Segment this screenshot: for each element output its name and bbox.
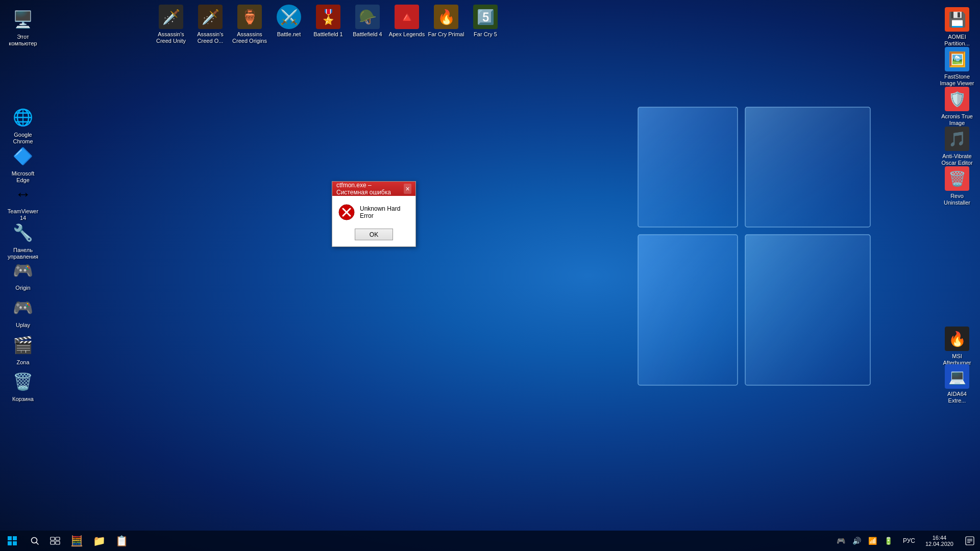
desktop-icon-battlefield-1[interactable]: 🎖️ Battlefield 1	[308, 3, 349, 40]
svg-rect-8	[13, 536, 17, 540]
desktop-icon-far-cry-primal[interactable]: 🔥 Far Cry Primal	[426, 3, 467, 40]
dialog-title: ctfmon.exe – Системная ошибка	[336, 182, 404, 196]
tray-icon-network[interactable]: 📶	[866, 535, 879, 547]
icon-label: Battlefield 4	[353, 31, 382, 38]
desktop-icon-acronis[interactable]: 🛡️ Acronis True Image	[937, 85, 977, 129]
dialog-message: Unknown Hard Error	[360, 205, 409, 219]
edge-icon: 🔷	[11, 144, 35, 168]
icon-label: AIDA64 Extre...	[939, 391, 975, 404]
desktop-icon-battlefield-4[interactable]: 🪖 Battlefield 4	[347, 3, 388, 40]
desktop-icon-uplay[interactable]: 🎮 Uplay	[3, 293, 43, 331]
desktop-icon-this-computer[interactable]: 🖥️ Этот компьютер	[3, 5, 43, 49]
desktop-icon-apex-legends[interactable]: 🔺 Apex Legends	[386, 3, 427, 40]
icon-label: Zona	[16, 359, 29, 366]
icon-label: Battle.net	[277, 31, 301, 38]
svg-rect-0	[638, 107, 738, 227]
desktop-icon-revo[interactable]: 🗑️ Revo Uninstaller	[937, 164, 977, 208]
game-icon: 🔥	[434, 5, 458, 29]
icon-label: Assassin's Creed O...	[192, 31, 229, 44]
desktop-icon-origin[interactable]: 🎮 Origin	[3, 256, 43, 293]
taskbar-app-clipboard[interactable]: 📋	[110, 531, 133, 551]
game-icon: 5️⃣	[473, 5, 498, 29]
battlenet-icon: ⚔️	[277, 5, 301, 29]
origin-icon: 🎮	[11, 258, 35, 283]
svg-rect-7	[8, 536, 12, 540]
teamviewer-icon: ↔️	[11, 182, 35, 206]
game-icon: 🗡️	[159, 5, 183, 29]
taskbar-task-view[interactable]	[45, 531, 65, 551]
ok-button[interactable]: OK	[355, 229, 393, 240]
dialog-buttons: OK	[338, 229, 409, 240]
desktop-icon-battlenet[interactable]: ⚔️ Battle.net	[268, 3, 309, 40]
taskbar: 🧮 📁 📋 🎮 🔊 📶 🔋 РУС 16:44 12.04.2020	[0, 531, 980, 551]
taskbar-clock[interactable]: 16:44 12.04.2020	[919, 531, 960, 551]
icon-label: Assassins Creed Origins	[231, 31, 268, 44]
taskbar-search[interactable]	[24, 531, 45, 551]
control-panel-icon: 🔧	[11, 220, 35, 245]
icon-label: Far Cry 5	[474, 31, 497, 38]
icon-label: Battlefield 1	[313, 31, 342, 38]
tray-icon-battery[interactable]: 🔋	[882, 535, 895, 547]
taskbar-date: 12.04.2020	[925, 541, 953, 547]
icon-label: Origin	[15, 285, 30, 291]
zona-icon: 🎬	[11, 333, 35, 357]
desktop-icon-far-cry-5[interactable]: 5️⃣ Far Cry 5	[465, 3, 506, 40]
msi-icon: 🔥	[945, 327, 969, 351]
taskbar-app-calculator[interactable]: 🧮	[65, 531, 88, 551]
desktop: 🖥️ Этот компьютер 🌐 Google Chrome 🔷 Micr…	[0, 0, 980, 551]
taskbar-pinned-apps: 🧮 📁 📋	[65, 531, 448, 551]
game-icon: 🗡️	[198, 5, 223, 29]
error-dialog: ctfmon.exe – Системная ошибка × Unknown …	[332, 181, 416, 247]
svg-rect-15	[51, 541, 55, 544]
desktop-icon-zona[interactable]: 🎬 Zona	[3, 331, 43, 368]
taskbar-app-explorer[interactable]: 📁	[88, 531, 110, 551]
svg-rect-3	[745, 235, 870, 385]
dialog-content: Unknown Hard Error	[338, 204, 409, 220]
icon-label: Uplay	[16, 322, 30, 329]
desktop-icon-recycle-bin[interactable]: 🗑️ Корзина	[3, 367, 43, 405]
desktop-icon-aomei[interactable]: 💾 AOMEI Partition...	[937, 5, 977, 49]
revo-icon: 🗑️	[945, 166, 969, 191]
desktop-icon-faststone[interactable]: 🖼️ FastStone Image Viewer	[937, 45, 977, 89]
taskbar-time: 16:44	[933, 535, 947, 541]
windows-logo-background	[623, 92, 878, 398]
desktop-icon-antivibrate[interactable]: 🎵 Anti-Vibrate Oscar Editor	[937, 124, 977, 168]
svg-rect-10	[13, 541, 17, 545]
desktop-icon-assassins-creed-unity[interactable]: 🗡️ Assassin's Creed Unity	[151, 3, 191, 46]
icon-label: Far Cry Primal	[428, 31, 464, 38]
icon-label: Assassin's Creed Unity	[153, 31, 189, 44]
aomei-icon: 💾	[945, 7, 969, 32]
tray-icon-volume[interactable]: 🔊	[850, 535, 863, 547]
desktop-icon-aida64[interactable]: 💻 AIDA64 Extre...	[937, 362, 977, 406]
antivibrate-icon: 🎵	[945, 127, 969, 151]
dialog-close-button[interactable]: ×	[404, 184, 411, 194]
game-icon: 🪖	[355, 5, 380, 29]
acronis-icon: 🛡️	[945, 87, 969, 111]
icon-label: Apex Legends	[389, 31, 425, 38]
game-icon: 🎖️	[316, 5, 340, 29]
recycle-bin-icon: 🗑️	[11, 369, 35, 394]
svg-rect-1	[745, 107, 870, 227]
desktop-icon-assassins-creed-origins[interactable]: 🏺 Assassins Creed Origins	[229, 3, 270, 46]
uplay-icon: 🎮	[11, 295, 35, 320]
computer-icon: 🖥️	[11, 7, 35, 32]
faststone-icon: 🖼️	[945, 47, 969, 71]
desktop-icon-teamviewer[interactable]: ↔️ TeamViewer 14	[3, 180, 43, 223]
start-button[interactable]	[0, 531, 24, 551]
chrome-icon: 🌐	[11, 105, 35, 130]
taskbar-notification-center[interactable]	[960, 531, 980, 551]
desktop-icon-assassins-creed-o[interactable]: 🗡️ Assassin's Creed O...	[190, 3, 231, 46]
tray-icon-game[interactable]: 🎮	[835, 535, 847, 547]
taskbar-language[interactable]: РУС	[899, 537, 919, 544]
svg-rect-13	[51, 537, 55, 540]
desktop-icon-google-chrome[interactable]: 🌐 Google Chrome	[3, 103, 43, 147]
dialog-body: Unknown Hard Error OK	[332, 196, 415, 246]
aida64-icon: 💻	[945, 364, 969, 389]
game-icon: 🏺	[237, 5, 262, 29]
svg-rect-14	[56, 537, 60, 540]
svg-rect-2	[638, 235, 738, 385]
game-icon: 🔺	[395, 5, 419, 29]
icon-label: Этот компьютер	[5, 34, 41, 47]
dialog-titlebar: ctfmon.exe – Системная ошибка ×	[332, 182, 415, 196]
system-tray: 🎮 🔊 📶 🔋	[830, 531, 899, 551]
